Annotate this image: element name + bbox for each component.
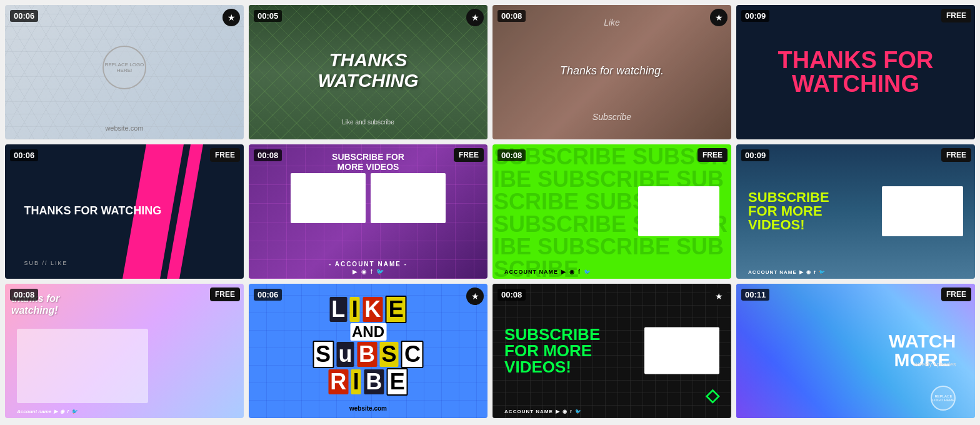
card-10[interactable]: 00:06 ★ L I K E AND S u B S C R I B E xyxy=(249,284,488,418)
card-3-time: 00:08 xyxy=(498,10,526,22)
facebook-icon: f xyxy=(371,268,372,275)
card-12-logo: REPLACELOGO HERE xyxy=(931,386,956,411)
card-7-account-name: ACCOUNT NAME xyxy=(504,269,558,275)
card-6-box1 xyxy=(291,173,366,223)
card-6-social: ▶ ◉ f 🐦 xyxy=(352,268,384,275)
card-6-title: SUBSCRIBE FORMORE VIDEOS xyxy=(332,152,404,172)
tw-icon2: 🐦 xyxy=(819,269,826,275)
yt-icon4: ▶ xyxy=(556,409,560,414)
fb-icon2: f xyxy=(814,269,816,275)
card-3[interactable]: 00:08 ★ Like Thanks for watching. Subscr… xyxy=(492,5,731,139)
card-4-free: FREE xyxy=(941,9,971,22)
card-3-like: Like xyxy=(604,18,620,28)
r-I2: I xyxy=(351,369,361,394)
fb-icon4: f xyxy=(570,409,572,414)
r-S2: S xyxy=(379,342,398,367)
card-8-title: SUBSCRIBEFOR MOREVIDEOS! xyxy=(748,191,829,232)
card-8-box xyxy=(882,186,963,236)
r-L: L xyxy=(329,297,347,322)
card-10-time: 00:06 xyxy=(254,289,282,301)
card-5-time: 00:06 xyxy=(10,149,38,161)
card-8-account-name: ACCOUNT NAME xyxy=(748,269,797,275)
r-E: E xyxy=(386,296,407,323)
card-6-boxes xyxy=(291,173,446,223)
card-10-ransom: L I K E AND S u B S C R I B E xyxy=(309,296,428,396)
r-B2: B xyxy=(357,342,377,367)
twitter-icon: 🐦 xyxy=(376,268,384,275)
card-8[interactable]: 00:09 FREE SUBSCRIBEFOR MOREVIDEOS! ACCO… xyxy=(736,144,975,279)
r-K: K xyxy=(362,297,382,322)
card-3-sub: Subscribe xyxy=(592,112,631,122)
card-10-website: website.com xyxy=(349,405,387,412)
card-12-time: 00:11 xyxy=(741,289,769,301)
card-6-account: - ACCOUNT NAME - xyxy=(329,261,408,268)
card-9-box xyxy=(17,329,148,402)
card-9-free: FREE xyxy=(210,288,240,301)
r-and: AND xyxy=(350,323,386,341)
card-7-time: 00:08 xyxy=(498,149,526,161)
card-6-free: FREE xyxy=(454,148,484,162)
card-5-subtitle: SUB // LIKE xyxy=(24,260,68,266)
card-8-free: FREE xyxy=(941,148,971,162)
card-11[interactable]: 00:08 ★ SUBSCRIBEFOR MOREVIDEOS! ◇ ACCOU… xyxy=(492,284,731,418)
fb-icon3: f xyxy=(67,409,69,414)
r-B3: B xyxy=(364,369,384,394)
card-6-box2 xyxy=(371,173,446,223)
tw-icon3: 🐦 xyxy=(71,409,78,414)
youtube-icon: ▶ xyxy=(352,268,358,275)
ransom-row2: AND xyxy=(309,323,428,341)
card-11-account-name: ACCOUNT NAME xyxy=(504,409,553,414)
card-5-free: FREE xyxy=(210,148,240,162)
card-2[interactable]: 00:05 ★ THANKSWATCHING Like and subscrib… xyxy=(249,5,488,139)
card-9[interactable]: 00:08 FREE thanks forwatching! Account n… xyxy=(5,284,244,418)
card-4-time: 00:09 xyxy=(741,10,769,22)
card-9-account: Account name ▶ ◉ f 🐦 xyxy=(17,409,78,414)
tw-icon4: 🐦 xyxy=(575,409,582,414)
ig-icon4: ◉ xyxy=(562,409,568,414)
card-11-arrow: ◇ xyxy=(706,385,719,406)
card-1[interactable]: 00:06 ★ REPLACE LOGO HERE! website.com xyxy=(5,5,244,139)
instagram-icon: ◉ xyxy=(361,268,367,275)
card-5-title: THANKS FOR WATCHING xyxy=(24,205,162,218)
card-12-subtitle: Weekly episodes xyxy=(914,361,956,368)
card-4[interactable]: 00:09 FREE THANKS FORWATCHING xyxy=(736,5,975,139)
card-4-title: THANKS FORWATCHING xyxy=(748,48,963,96)
card-6[interactable]: 00:08 FREE SUBSCRIBE FORMORE VIDEOS - AC… xyxy=(249,144,488,279)
card-5[interactable]: 00:06 FREE THANKS FOR WATCHING SUB // LI… xyxy=(5,144,244,279)
card-10-star: ★ xyxy=(466,288,484,305)
card-3-star: ★ xyxy=(710,9,728,26)
template-grid: 00:06 ★ REPLACE LOGO HERE! website.com 0… xyxy=(0,0,980,423)
card-12[interactable]: 00:11 FREE WATCHMORE Weekly episodes REP… xyxy=(736,284,975,418)
card-1-logo: REPLACE LOGO HERE! xyxy=(102,46,146,89)
card-1-star: ★ xyxy=(222,9,240,26)
ig-icon: ◉ xyxy=(569,269,575,275)
card-11-star: ★ xyxy=(710,288,728,305)
yt-icon2: ▶ xyxy=(799,269,804,275)
card-2-star: ★ xyxy=(466,9,484,26)
card-7[interactable]: SUBSCRIBE SUBSCRIBE SUBSCRIBE SUBSCRIBE … xyxy=(492,144,731,279)
ransom-row3: S u B S C R I B E xyxy=(309,341,428,396)
card-6-time: 00:08 xyxy=(254,149,282,161)
yt-icon: ▶ xyxy=(561,269,566,275)
ransom-row1: L I K E xyxy=(309,296,428,323)
card-1-website: website.com xyxy=(105,124,143,132)
card-3-main: Thanks for watching. xyxy=(560,65,664,78)
card-12-free: FREE xyxy=(941,288,971,301)
card-1-time: 00:06 xyxy=(10,10,38,22)
card-8-account: ACCOUNT NAME ▶ ◉ f 🐦 xyxy=(748,269,825,275)
card-11-title: SUBSCRIBEFOR MOREVIDEOS! xyxy=(504,326,600,375)
card-9-time: 00:08 xyxy=(10,289,38,301)
card-7-box xyxy=(638,186,719,236)
card-11-account: ACCOUNT NAME ▶ ◉ f 🐦 xyxy=(504,409,581,414)
r-S: S xyxy=(312,341,334,368)
tw-icon: 🐦 xyxy=(584,269,591,275)
card-2-subtitle: Like and subscribe xyxy=(342,119,394,126)
card-7-free: FREE xyxy=(698,148,728,162)
r-R: R xyxy=(328,369,348,394)
card-2-time: 00:05 xyxy=(254,10,282,22)
card-2-title: THANKSWATCHING xyxy=(318,49,418,91)
r-I: I xyxy=(350,297,360,322)
r-E2: E xyxy=(387,368,408,396)
card-8-time: 00:09 xyxy=(741,149,769,161)
yt-icon3: ▶ xyxy=(54,409,58,414)
